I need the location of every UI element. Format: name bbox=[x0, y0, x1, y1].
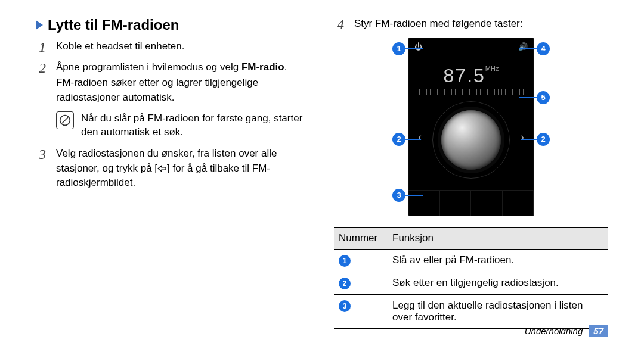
callout-line bbox=[519, 97, 537, 98]
callout-2-right: 2 bbox=[537, 133, 550, 146]
step-4-text: Styr FM-radioen med følgende taster: bbox=[354, 17, 523, 32]
step-number: 3 bbox=[36, 147, 49, 192]
frequency-unit: MHz bbox=[485, 65, 499, 72]
functions-table: Nummer Funksjon 1 Slå av eller på FM-rad… bbox=[334, 227, 608, 329]
callout-line bbox=[405, 195, 423, 196]
frequency-scale bbox=[416, 89, 527, 95]
step-number: 1 bbox=[36, 39, 49, 55]
step-1: 1 Koble et headset til enheten. bbox=[36, 39, 310, 55]
col-header-function: Funksjon bbox=[388, 227, 608, 249]
step-2-line2: FM-radioen søker etter og lagrer tilgjen… bbox=[56, 76, 310, 105]
table-row: 2 Søk etter en tilgjengelig radiostasjon… bbox=[334, 272, 608, 294]
row-function: Søk etter en tilgjengelig radiostasjon. bbox=[388, 272, 608, 294]
section-title: Lytte til FM-radioen bbox=[48, 17, 179, 33]
frequency-display: 87.5MHz bbox=[408, 65, 534, 87]
callout-line bbox=[519, 48, 537, 49]
note-block: Når du slår på FM-radioen for første gan… bbox=[56, 111, 310, 140]
step-3: 3 Velg radiostasjonen du ønsker, fra lis… bbox=[36, 147, 310, 192]
table-row: 1 Slå av eller på FM-radioen. bbox=[334, 249, 608, 272]
row-function: Legg til den aktuelle radiostasjonen i l… bbox=[388, 294, 608, 328]
bottom-button-bar bbox=[408, 190, 534, 216]
row-badge: 1 bbox=[339, 255, 351, 267]
callout-3: 3 bbox=[392, 189, 405, 202]
fm-radio-screenshot: 1 4 5 2 2 3 ⏻ 🔊 87.5MHz ‹ bbox=[394, 38, 549, 216]
step-1-text: Koble et headset til enheten. bbox=[56, 39, 185, 54]
callout-line bbox=[405, 48, 423, 49]
callout-5: 5 bbox=[537, 91, 550, 104]
step-2-pre: Åpne programlisten i hvilemodus og velg bbox=[56, 61, 242, 73]
callout-line bbox=[405, 139, 421, 140]
step-4: 4 Styr FM-radioen med følgende taster: bbox=[334, 17, 608, 33]
phone-screen: ⏻ 🔊 87.5MHz ‹ › bbox=[408, 38, 534, 216]
page-footer: Underholdning 57 bbox=[525, 325, 608, 337]
tuner-dial-area: ‹ › bbox=[408, 98, 534, 188]
step-2-line1: Åpne programlisten i hvilemodus og velg … bbox=[56, 60, 310, 75]
volume-icon: 🔊 bbox=[518, 42, 528, 59]
col-header-number: Nummer bbox=[334, 227, 388, 249]
step-number: 2 bbox=[36, 60, 49, 107]
seek-right-icon: › bbox=[521, 131, 524, 144]
step-2: 2 Åpne programlisten i hvilemodus og vel… bbox=[36, 60, 310, 107]
section-heading: Lytte til FM-radioen bbox=[36, 17, 310, 33]
page-number: 57 bbox=[589, 325, 608, 337]
table-row: 3 Legg til den aktuelle radiostasjonen i… bbox=[334, 294, 608, 328]
power-icon: ⏻ bbox=[414, 42, 422, 59]
callout-4: 4 bbox=[537, 42, 550, 55]
step-2-bold: FM-radio bbox=[242, 61, 284, 73]
note-icon bbox=[56, 111, 74, 129]
back-arrow-icon bbox=[157, 164, 167, 173]
row-function: Slå av eller på FM-radioen. bbox=[388, 249, 608, 272]
footer-section: Underholdning bbox=[525, 326, 583, 336]
seek-left-icon: ‹ bbox=[418, 131, 422, 144]
svg-line-1 bbox=[62, 117, 68, 123]
callout-line bbox=[521, 139, 537, 140]
step-3-text: Velg radiostasjonen du ønsker, fra liste… bbox=[56, 147, 310, 191]
callout-2-left: 2 bbox=[392, 133, 405, 146]
row-badge: 2 bbox=[339, 278, 351, 289]
frequency-value: 87.5 bbox=[444, 65, 485, 86]
step-number: 4 bbox=[334, 17, 347, 33]
tuner-dial bbox=[441, 110, 501, 170]
step-2-post: . bbox=[284, 61, 287, 73]
callout-1: 1 bbox=[392, 42, 405, 55]
row-badge: 3 bbox=[339, 300, 351, 312]
chevron-right-icon bbox=[36, 20, 43, 30]
note-text: Når du slår på FM-radioen for første gan… bbox=[81, 111, 310, 140]
